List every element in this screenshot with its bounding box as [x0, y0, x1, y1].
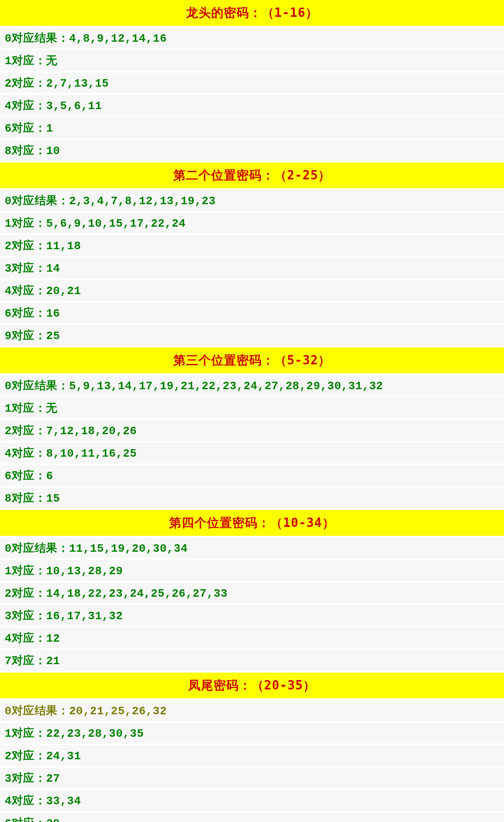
- data-row: 6对应：1: [0, 118, 504, 140]
- data-row: 2对应：24,31: [0, 745, 504, 768]
- data-row: 3对应：14: [0, 258, 504, 280]
- data-row: 1对应：5,6,9,10,15,17,22,24: [0, 213, 504, 235]
- data-row: 2对应：2,7,13,15: [0, 73, 504, 95]
- data-row: 0对应结果：2,3,4,7,8,12,13,19,23: [0, 190, 504, 213]
- section-header: 第四个位置密码：（10-34）: [0, 510, 504, 538]
- data-row: 9对应：25: [0, 325, 504, 348]
- data-row: 4对应：3,5,6,11: [0, 95, 504, 118]
- data-row: 0对应结果：4,8,9,12,14,16: [0, 28, 504, 50]
- data-row: 4对应：20,21: [0, 280, 504, 303]
- data-row: 3对应：16,17,31,32: [0, 605, 504, 628]
- data-row: 8对应：15: [0, 488, 504, 510]
- data-row: 4对应：8,10,11,16,25: [0, 443, 504, 465]
- data-row: 1对应：无: [0, 50, 504, 73]
- data-row: 6对应：6: [0, 465, 504, 488]
- data-row: 6对应：16: [0, 303, 504, 325]
- data-row: 7对应：21: [0, 650, 504, 673]
- section-header: 龙头的密码：（1-16）: [0, 0, 504, 28]
- data-row: 2对应：7,12,18,20,26: [0, 420, 504, 443]
- data-row: 3对应：27: [0, 768, 504, 790]
- data-row: 1对应：无: [0, 398, 504, 420]
- data-row: 2对应：14,18,22,23,24,25,26,27,33: [0, 583, 504, 605]
- data-row: 0对应结果：11,15,19,20,30,34: [0, 538, 504, 560]
- data-row: 4对应：33,34: [0, 790, 504, 813]
- data-row: 1对应：10,13,28,29: [0, 560, 504, 583]
- section-header: 第二个位置密码：（2-25）: [0, 163, 504, 190]
- data-row: 8对应：10: [0, 140, 504, 163]
- data-row: 4对应：12: [0, 628, 504, 650]
- code-table-container: 龙头的密码：（1-16）0对应结果：4,8,9,12,14,161对应：无2对应…: [0, 0, 504, 822]
- section-header: 第三个位置密码：（5-32）: [0, 348, 504, 375]
- data-row: 0对应结果：20,21,25,26,32: [0, 700, 504, 723]
- data-row: 1对应：22,23,28,30,35: [0, 723, 504, 745]
- data-row: 6对应：29: [0, 813, 504, 822]
- section-header: 凤尾密码：（20-35）: [0, 673, 504, 700]
- data-row: 2对应：11,18: [0, 235, 504, 258]
- data-row: 0对应结果：5,9,13,14,17,19,21,22,23,24,27,28,…: [0, 375, 504, 398]
